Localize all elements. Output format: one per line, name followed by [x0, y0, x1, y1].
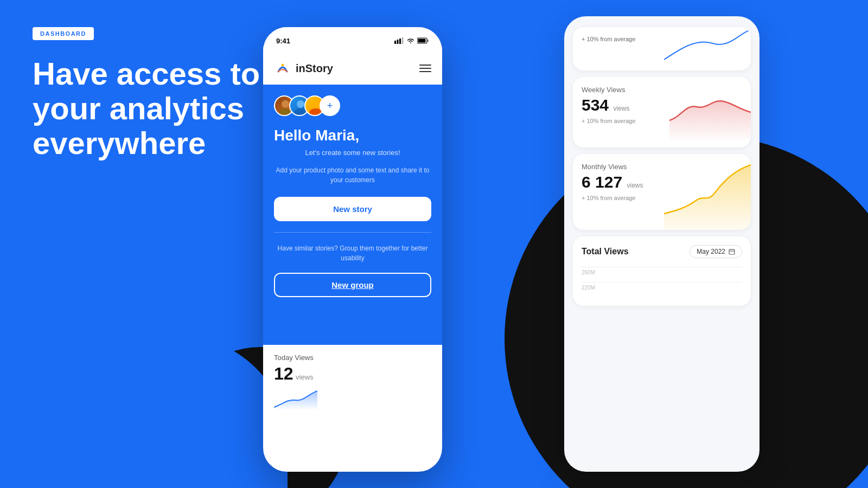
today-views-unit: views: [296, 373, 314, 381]
phone-analytics: + 10% from average Weekly Views 534 view…: [564, 16, 760, 472]
battery-icon: [417, 37, 429, 44]
wifi-icon: [406, 37, 415, 44]
new-group-button[interactable]: New group: [274, 273, 431, 297]
grid-line-220m: 220M: [582, 282, 742, 291]
hamburger-menu[interactable]: [419, 65, 431, 72]
today-views-section: Today Views 12 views: [263, 345, 442, 421]
svg-rect-7: [402, 37, 404, 44]
today-views-label: Today Views: [274, 354, 431, 362]
today-chart-preview: [274, 388, 317, 410]
svg-rect-0: [729, 249, 735, 254]
signal-icon: [394, 37, 404, 44]
svg-rect-5: [397, 40, 399, 44]
dashboard-badge: DASHBOARD: [33, 27, 94, 40]
section-divider: [274, 232, 431, 233]
monthly-views-number: 6 127: [582, 173, 622, 191]
left-panel: DASHBOARD Have access to your analytics …: [33, 27, 260, 160]
svg-rect-9: [418, 39, 426, 43]
total-views-section: Total Views May 2022 260M 220M: [573, 236, 751, 306]
group-description: Have similar stories? Group them togethe…: [274, 243, 431, 263]
background-blue-curve: [0, 336, 288, 488]
status-bar: 9:41: [263, 27, 442, 54]
today-views-number: 12: [274, 364, 293, 383]
story-description: Add your product photo and some text and…: [274, 165, 431, 185]
svg-rect-6: [399, 38, 401, 44]
analytics-card-top: + 10% from average: [573, 27, 751, 70]
monthly-views-unit: views: [627, 182, 643, 189]
grid-line-260m: 260M: [582, 267, 742, 275]
greeting-text: Hello Maria,: [274, 127, 431, 144]
today-views-number-row: 12 views: [274, 364, 431, 384]
weekly-views-card: Weekly Views 534 views + 10% from averag…: [573, 77, 751, 147]
svg-point-17: [312, 100, 320, 108]
instory-logo-icon: [274, 60, 291, 77]
total-views-label: Total Views: [582, 247, 629, 256]
app-blue-section: + Hello Maria, Let's create some new sto…: [263, 85, 442, 345]
svg-point-11: [274, 60, 291, 77]
status-time: 9:41: [276, 37, 290, 45]
svg-point-15: [297, 100, 304, 108]
weekly-views-unit: views: [614, 105, 630, 112]
svg-rect-10: [427, 40, 429, 42]
svg-rect-4: [394, 41, 396, 44]
app-name: inStory: [296, 62, 333, 75]
svg-point-12: [282, 64, 284, 67]
calendar-icon: [729, 248, 735, 255]
svg-point-13: [282, 100, 289, 108]
avatar-row: +: [274, 95, 431, 116]
main-heading: Have access to your analytics everywhere: [33, 56, 260, 160]
avatar-add[interactable]: +: [320, 95, 340, 116]
total-views-header: Total Views May 2022: [582, 245, 742, 258]
app-header: inStory: [263, 54, 442, 85]
app-logo: inStory: [274, 60, 333, 77]
sub-greeting: Let's create some new stories!: [274, 149, 431, 157]
monthly-views-card: Monthly Views 6 127 views + 10% from ave…: [573, 154, 751, 230]
new-story-button[interactable]: New story: [274, 197, 431, 221]
phone-instory: 9:41: [263, 27, 442, 472]
status-icons: [394, 37, 429, 44]
total-views-chart: 260M 220M: [582, 267, 742, 291]
date-filter-badge[interactable]: May 2022: [690, 245, 742, 258]
weekly-views-number: 534: [582, 96, 609, 114]
